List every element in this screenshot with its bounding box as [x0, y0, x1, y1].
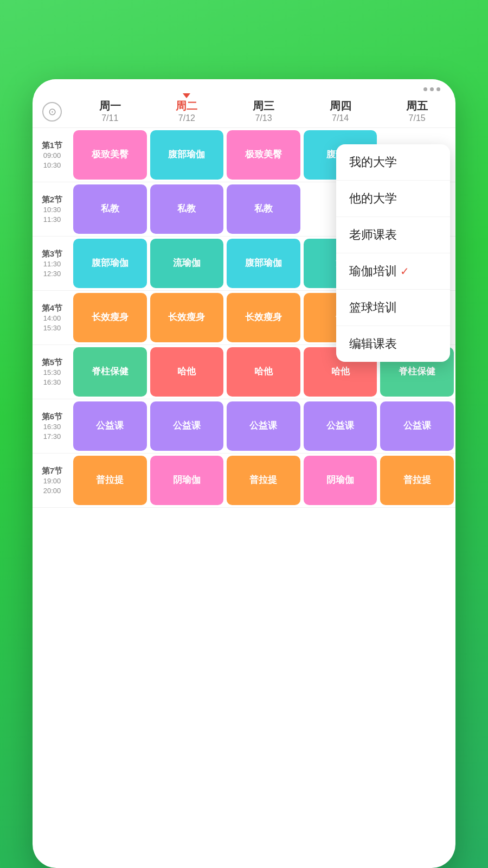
time-label-1: 第2节10:3011:30: [33, 182, 72, 236]
day-date-2: 7/13: [227, 113, 300, 123]
dropdown-label-3: 瑜伽培训: [349, 263, 397, 279]
class-block-5-0[interactable]: 公益课: [73, 401, 147, 451]
day-cell-6-3: 阴瑜伽: [302, 454, 379, 507]
class-block-2-0[interactable]: 腹部瑜伽: [73, 239, 147, 288]
day-cell-5-1: 公益课: [149, 399, 226, 453]
compass-icon: ⊙: [42, 102, 62, 122]
dropdown-label-0: 我的大学: [349, 154, 397, 170]
class-block-0-2[interactable]: 极致美臀: [227, 130, 300, 180]
day-name-4: 周五: [381, 99, 453, 113]
day-cell-4-1: 哈他: [149, 345, 226, 399]
day-header-row: ⊙ 周一7/11周二7/12周三7/13周四7/14周五7/15: [33, 95, 455, 128]
dropdown-item-3[interactable]: 瑜伽培训✓: [336, 253, 450, 290]
day-cell-2-2: 腹部瑜伽: [225, 237, 302, 290]
time-label-6: 第7节19:0020:00: [33, 454, 72, 507]
time-row-6: 第7节19:0020:00普拉提阴瑜伽普拉提阴瑜伽普拉提: [33, 454, 455, 508]
day-cell-3-1: 长效瘦身: [149, 291, 226, 344]
day-name-2: 周三: [227, 99, 300, 113]
day-cell-6-0: 普拉提: [72, 454, 149, 507]
class-block-0-0[interactable]: 极致美臀: [73, 130, 147, 180]
class-block-2-1[interactable]: 流瑜伽: [150, 239, 224, 288]
day-date-1: 7/12: [151, 113, 223, 123]
day-cell-6-2: 普拉提: [225, 454, 302, 507]
dropdown-item-1[interactable]: 他的大学: [336, 181, 450, 217]
class-block-1-0[interactable]: 私教: [73, 184, 147, 234]
day-cell-5-2: 公益课: [225, 399, 302, 453]
day-cell-4-2: 哈他: [225, 345, 302, 399]
day-cell-5-3: 公益课: [302, 399, 379, 453]
day-cell-1-0: 私教: [72, 182, 149, 236]
dropdown-check-3: ✓: [400, 265, 409, 278]
dropdown-item-0[interactable]: 我的大学: [336, 144, 450, 181]
day-date-4: 7/15: [381, 113, 453, 123]
class-block-0-1[interactable]: 腹部瑜伽: [150, 130, 224, 180]
day-cell-5-0: 公益课: [72, 399, 149, 453]
day-header-2: 周三7/13: [225, 95, 302, 127]
dot2: [430, 87, 434, 91]
day-cell-2-1: 流瑜伽: [149, 237, 226, 290]
day-cell-3-0: 长效瘦身: [72, 291, 149, 344]
class-block-5-2[interactable]: 公益课: [227, 401, 300, 451]
class-block-5-4[interactable]: 公益课: [380, 401, 454, 451]
dropdown-label-2: 老师课表: [349, 227, 397, 243]
class-block-3-0[interactable]: 长效瘦身: [73, 293, 147, 342]
dots-menu[interactable]: [423, 87, 440, 91]
class-block-6-4[interactable]: 普拉提: [380, 456, 454, 505]
class-block-4-1[interactable]: 哈他: [150, 347, 224, 397]
time-row-5: 第6节16:3017:30公益课公益课公益课公益课公益课: [33, 399, 455, 454]
class-block-3-2[interactable]: 长效瘦身: [227, 293, 300, 342]
day-cell-1-2: 私教: [225, 182, 302, 236]
class-block-4-2[interactable]: 哈他: [227, 347, 300, 397]
dropdown-label-4: 篮球培训: [349, 299, 397, 316]
day-cell-6-4: 普拉提: [378, 454, 455, 507]
class-block-6-3[interactable]: 阴瑜伽: [304, 456, 377, 505]
class-block-6-0[interactable]: 普拉提: [73, 456, 147, 505]
class-block-1-2[interactable]: 私教: [227, 184, 300, 234]
day-name-1: 周二: [151, 99, 223, 113]
time-label-3: 第4节14:0015:30: [33, 291, 72, 344]
active-day-indicator: [183, 93, 190, 98]
time-label-2: 第3节11:3012:30: [33, 237, 72, 290]
class-block-5-1[interactable]: 公益课: [150, 401, 224, 451]
day-cell-0-0: 极致美臀: [72, 128, 149, 182]
day-header-1: 周二7/12: [149, 95, 226, 127]
day-cell-1-1: 私教: [149, 182, 226, 236]
day-cell-5-4: 公益课: [378, 399, 455, 453]
day-cell-6-1: 阴瑜伽: [149, 454, 226, 507]
day-header-3: 周四7/14: [302, 95, 379, 127]
time-label-0: 第1节09:0010:30: [33, 128, 72, 182]
time-col-header: ⊙: [33, 95, 72, 127]
day-cell-0-1: 腹部瑜伽: [149, 128, 226, 182]
dot1: [423, 87, 427, 91]
day-date-0: 7/11: [74, 113, 146, 123]
phone-frame: ⊙ 周一7/11周二7/12周三7/13周四7/14周五7/15 第1节09:0…: [33, 79, 455, 868]
dropdown-label-5: 编辑课表: [349, 336, 397, 352]
day-header-4: 周五7/15: [378, 95, 455, 127]
dropdown-item-5[interactable]: 编辑课表: [336, 326, 450, 362]
day-cell-4-0: 脊柱保健: [72, 345, 149, 399]
dropdown-menu[interactable]: 我的大学他的大学老师课表瑜伽培训✓篮球培训编辑课表: [336, 144, 450, 362]
time-label-4: 第5节15:3016:30: [33, 345, 72, 399]
dropdown-item-2[interactable]: 老师课表: [336, 217, 450, 253]
dot3: [436, 87, 440, 91]
day-header-0: 周一7/11: [72, 95, 149, 127]
day-date-3: 7/14: [304, 113, 377, 123]
phone-topbar: [33, 79, 455, 95]
dropdown-item-4[interactable]: 篮球培训: [336, 290, 450, 326]
class-block-6-1[interactable]: 阴瑜伽: [150, 456, 224, 505]
header-section: [0, 0, 488, 58]
class-block-1-1[interactable]: 私教: [150, 184, 224, 234]
day-cell-3-2: 长效瘦身: [225, 291, 302, 344]
class-block-5-3[interactable]: 公益课: [304, 401, 377, 451]
day-cell-0-2: 极致美臀: [225, 128, 302, 182]
class-block-2-2[interactable]: 腹部瑜伽: [227, 239, 300, 288]
class-block-6-2[interactable]: 普拉提: [227, 456, 300, 505]
time-label-5: 第6节16:3017:30: [33, 399, 72, 453]
class-block-4-0[interactable]: 脊柱保健: [73, 347, 147, 397]
day-name-3: 周四: [304, 99, 377, 113]
day-name-0: 周一: [74, 99, 146, 113]
class-block-3-1[interactable]: 长效瘦身: [150, 293, 224, 342]
day-cell-2-0: 腹部瑜伽: [72, 237, 149, 290]
dropdown-label-1: 他的大学: [349, 190, 397, 207]
